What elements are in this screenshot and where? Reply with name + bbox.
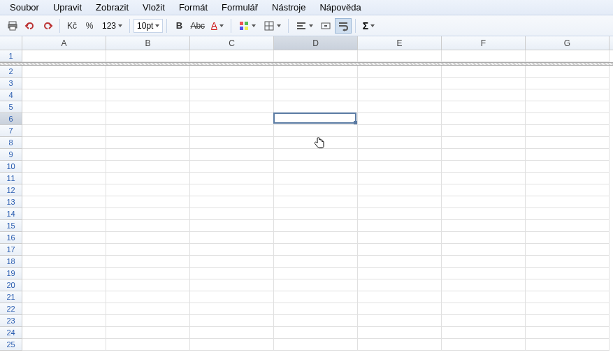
cell-F5[interactable] <box>442 101 526 113</box>
cell-C15[interactable] <box>190 220 274 232</box>
cell-A24[interactable] <box>22 327 106 339</box>
cell-G16[interactable] <box>526 232 610 244</box>
cell-A17[interactable] <box>22 244 106 256</box>
col-header-G[interactable]: G <box>526 36 610 50</box>
cell-F24[interactable] <box>442 327 526 339</box>
cell-G7[interactable] <box>526 125 610 137</box>
cell-G12[interactable] <box>526 184 610 196</box>
cell-C17[interactable] <box>190 244 274 256</box>
cell-G6[interactable] <box>526 113 610 125</box>
cell-B8[interactable] <box>106 137 190 149</box>
cell-F17[interactable] <box>442 244 526 256</box>
cell-B23[interactable] <box>106 315 190 327</box>
col-header-F[interactable]: F <box>442 36 526 50</box>
cell-E7[interactable] <box>358 125 442 137</box>
row-header-10[interactable]: 10 <box>0 161 22 173</box>
col-header-A[interactable]: A <box>22 36 106 50</box>
cell-G19[interactable] <box>526 268 610 279</box>
row-header-5[interactable]: 5 <box>0 101 22 113</box>
cell-B19[interactable] <box>106 268 190 279</box>
cell-A1[interactable] <box>22 50 106 62</box>
cell-D20[interactable] <box>274 279 358 291</box>
cell-F12[interactable] <box>442 184 526 196</box>
cell-B20[interactable] <box>106 279 190 291</box>
cell-F14[interactable] <box>442 208 526 220</box>
cell-C22[interactable] <box>190 303 274 315</box>
menu-file[interactable]: Soubor <box>3 1 46 14</box>
menu-tools[interactable]: Nástroje <box>265 1 312 14</box>
select-all-corner[interactable] <box>0 36 22 50</box>
cell-A19[interactable] <box>22 268 106 279</box>
cell-E2[interactable] <box>358 66 442 78</box>
cell-D11[interactable] <box>274 173 358 184</box>
cell-D18[interactable] <box>274 256 358 268</box>
cell-E19[interactable] <box>358 268 442 279</box>
cell-F4[interactable] <box>442 89 526 101</box>
col-header-E[interactable]: E <box>358 36 442 50</box>
cell-B11[interactable] <box>106 173 190 184</box>
cell-G13[interactable] <box>526 196 610 208</box>
cell-G17[interactable] <box>526 244 610 256</box>
cell-A21[interactable] <box>22 291 106 303</box>
cell-D3[interactable] <box>274 78 358 89</box>
cell-B21[interactable] <box>106 291 190 303</box>
cell-F1[interactable] <box>442 50 526 62</box>
cell-E3[interactable] <box>358 78 442 89</box>
cell-B2[interactable] <box>106 66 190 78</box>
cell-B18[interactable] <box>106 256 190 268</box>
cell-B6[interactable] <box>106 113 190 125</box>
cell-B16[interactable] <box>106 232 190 244</box>
cell-B1[interactable] <box>106 50 190 62</box>
cell-D19[interactable] <box>274 268 358 279</box>
cell-A7[interactable] <box>22 125 106 137</box>
cell-E14[interactable] <box>358 208 442 220</box>
row-header-17[interactable]: 17 <box>0 244 22 256</box>
cell-A8[interactable] <box>22 137 106 149</box>
row-header-24[interactable]: 24 <box>0 327 22 339</box>
cell-G25[interactable] <box>526 339 610 351</box>
col-header-C[interactable]: C <box>190 36 274 50</box>
row-header-18[interactable]: 18 <box>0 256 22 268</box>
more-formats-dropdown[interactable]: 123 <box>99 18 126 34</box>
cell-E20[interactable] <box>358 279 442 291</box>
cell-C1[interactable] <box>190 50 274 62</box>
cell-D25[interactable] <box>274 339 358 351</box>
wrap-text-button[interactable] <box>335 18 352 34</box>
cell-B24[interactable] <box>106 327 190 339</box>
cell-A5[interactable] <box>22 101 106 113</box>
cell-F3[interactable] <box>442 78 526 89</box>
align-dropdown[interactable] <box>292 18 317 34</box>
cell-C2[interactable] <box>190 66 274 78</box>
cell-G3[interactable] <box>526 78 610 89</box>
menu-form[interactable]: Formulář <box>215 1 265 14</box>
cell-B22[interactable] <box>106 303 190 315</box>
cell-C20[interactable] <box>190 279 274 291</box>
cell-A23[interactable] <box>22 315 106 327</box>
cell-C23[interactable] <box>190 315 274 327</box>
cell-C11[interactable] <box>190 173 274 184</box>
currency-button[interactable]: Kč <box>64 18 80 34</box>
cell-E9[interactable] <box>358 149 442 161</box>
cell-D7[interactable] <box>274 125 358 137</box>
cell-D4[interactable] <box>274 89 358 101</box>
cell-D5[interactable] <box>274 101 358 113</box>
cell-A16[interactable] <box>22 232 106 244</box>
borders-dropdown[interactable] <box>260 18 284 34</box>
cell-B17[interactable] <box>106 244 190 256</box>
cell-C21[interactable] <box>190 291 274 303</box>
cell-F11[interactable] <box>442 173 526 184</box>
cell-F9[interactable] <box>442 149 526 161</box>
row-header-20[interactable]: 20 <box>0 279 22 291</box>
menu-edit[interactable]: Upravit <box>46 1 89 14</box>
cell-C16[interactable] <box>190 232 274 244</box>
cell-B7[interactable] <box>106 125 190 137</box>
cell-A13[interactable] <box>22 196 106 208</box>
cell-E23[interactable] <box>358 315 442 327</box>
menu-insert[interactable]: Vložit <box>136 1 172 14</box>
cell-D10[interactable] <box>274 161 358 173</box>
cell-F19[interactable] <box>442 268 526 279</box>
cell-E4[interactable] <box>358 89 442 101</box>
row-header-2[interactable]: 2 <box>0 66 22 78</box>
insert-link-button[interactable] <box>317 18 334 34</box>
cell-G14[interactable] <box>526 208 610 220</box>
